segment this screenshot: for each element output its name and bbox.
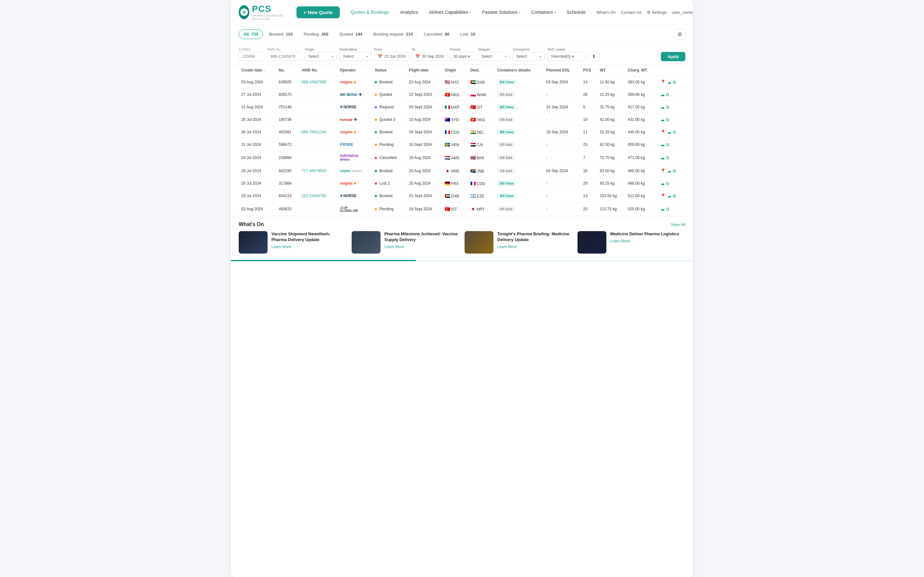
- cell-containers[interactable]: 8/8 View: [494, 126, 543, 139]
- copy-icon[interactable]: ⧉: [673, 193, 676, 198]
- filter-awb-input[interactable]: [267, 52, 302, 61]
- col-status[interactable]: Status: [372, 65, 407, 76]
- location-icon[interactable]: 📍: [660, 193, 666, 198]
- tab-pending[interactable]: Pending 265: [299, 29, 333, 39]
- tab-lost[interactable]: Lost 10: [456, 29, 480, 39]
- awb-link[interactable]: 222-23456780: [302, 193, 326, 198]
- filter-from-date[interactable]: 📅 23 Jun 2024: [374, 52, 409, 61]
- copy-icon[interactable]: ⧉: [666, 155, 669, 160]
- upload-button[interactable]: ⬆: [588, 52, 599, 61]
- containers-badge[interactable]: 0/8 Add: [497, 206, 515, 212]
- tab-booking-request[interactable]: Booking request 210: [368, 29, 417, 39]
- cell-containers[interactable]: 0/8 Add: [494, 113, 543, 126]
- col-operator[interactable]: Operator: [337, 65, 372, 76]
- copy-icon[interactable]: ⧉: [666, 181, 669, 186]
- cloud-icon[interactable]: ☁: [667, 168, 672, 173]
- copy-icon[interactable]: ⧉: [666, 142, 669, 147]
- cell-containers[interactable]: 0/8 Add: [494, 139, 543, 151]
- nav-passive[interactable]: Passive Solutions ▾: [477, 7, 525, 17]
- tab-quoted[interactable]: Quoted 144: [334, 29, 367, 39]
- containers-badge[interactable]: 0/8 Add: [497, 168, 515, 174]
- cell-awb[interactable]: 777-45678910: [299, 165, 337, 177]
- user-menu[interactable]: user_name ⎋: [672, 9, 693, 15]
- col-charg-wt[interactable]: Charg. WT.: [625, 65, 657, 76]
- awb-link[interactable]: 888-34567890: [302, 80, 326, 84]
- cloud-icon[interactable]: ☁: [667, 129, 672, 135]
- filter-no-input[interactable]: [239, 52, 264, 61]
- containers-badge[interactable]: 0/8 Add: [497, 142, 515, 147]
- copy-icon[interactable]: ⧉: [673, 168, 676, 173]
- containers-badge[interactable]: 0/8 Add: [497, 92, 515, 97]
- filter-to-date[interactable]: 📅 30 Sep 2024: [412, 52, 447, 61]
- containers-badge[interactable]: 0/8 Add: [497, 117, 515, 122]
- cloud-icon[interactable]: ☁: [660, 92, 665, 97]
- tab-all[interactable]: All 735: [239, 29, 263, 39]
- containers-badge[interactable]: 8/8 View: [497, 193, 516, 199]
- news-learn-more[interactable]: Learn More: [384, 245, 459, 249]
- cell-awb[interactable]: 888-34567890: [299, 76, 337, 89]
- filter-dest-select[interactable]: Select ▾: [339, 52, 372, 61]
- cloud-icon[interactable]: ☁: [667, 79, 672, 85]
- copy-icon[interactable]: ⧉: [666, 206, 669, 211]
- cell-containers[interactable]: 8/8 View: [494, 177, 543, 190]
- awb-link[interactable]: 666-78901240: [302, 130, 326, 134]
- cell-awb[interactable]: 666-78901240: [299, 126, 337, 139]
- cell-containers[interactable]: 8/8 View: [494, 101, 543, 113]
- containers-badge[interactable]: 8/8 View: [497, 79, 516, 85]
- copy-icon[interactable]: ⧉: [673, 79, 676, 85]
- containers-badge[interactable]: 8/8 View: [497, 181, 516, 186]
- new-quote-button[interactable]: + New Quote: [296, 6, 340, 18]
- nav-containers[interactable]: Containers ▾: [527, 7, 561, 17]
- news-learn-more[interactable]: Learn More: [497, 245, 572, 249]
- cell-containers[interactable]: 8/8 View: [494, 76, 543, 89]
- tab-booked[interactable]: Booked 102: [264, 29, 297, 39]
- col-containers[interactable]: Containers details: [494, 65, 543, 76]
- cell-containers[interactable]: 0/8 Add: [494, 165, 543, 177]
- col-planned-eol[interactable]: Planned EOL: [543, 65, 580, 76]
- filter-period-select[interactable]: 30 days ▾: [450, 52, 475, 61]
- location-icon[interactable]: 📍: [660, 129, 666, 135]
- col-awb[interactable]: AWB No.: [299, 65, 337, 76]
- cloud-icon[interactable]: ☁: [660, 155, 665, 160]
- copy-icon[interactable]: ⧉: [666, 117, 669, 122]
- col-origin[interactable]: Origin: [442, 65, 468, 76]
- cloud-icon[interactable]: ☁: [660, 117, 665, 122]
- cloud-icon[interactable]: ☁: [660, 105, 665, 110]
- col-flight-date[interactable]: Flight date: [407, 65, 442, 76]
- contact-us-link[interactable]: Contact Us: [621, 10, 641, 15]
- cell-containers[interactable]: 0/8 Add: [494, 151, 543, 165]
- cloud-icon[interactable]: ☁: [660, 181, 665, 186]
- location-icon[interactable]: 📍: [660, 79, 666, 85]
- cloud-icon[interactable]: ☁: [667, 193, 672, 198]
- filter-consignee-select[interactable]: Select ▾: [513, 52, 545, 61]
- settings-link[interactable]: ⚙ Settings: [647, 10, 667, 15]
- cell-awb[interactable]: 222-23456780: [299, 190, 337, 202]
- nav-quotes-bookings[interactable]: Quotes & Bookings: [346, 7, 394, 17]
- col-dest[interactable]: Dest.: [468, 65, 495, 76]
- nav-analytics[interactable]: Analytics: [396, 7, 423, 17]
- filter-settings-button[interactable]: ⊞: [674, 29, 685, 40]
- containers-badge[interactable]: 8/8 View: [497, 129, 516, 135]
- copy-icon[interactable]: ⧉: [666, 105, 669, 110]
- filter-origin-select[interactable]: Select ▾: [305, 52, 337, 61]
- containers-badge[interactable]: 8/8 View: [497, 104, 516, 110]
- tab-cancelled[interactable]: Cancelled 90: [419, 29, 454, 39]
- awb-link[interactable]: 777-45678910: [302, 169, 326, 173]
- news-learn-more[interactable]: Learn More: [610, 239, 685, 243]
- containers-badge[interactable]: 0/8 Add: [497, 155, 515, 161]
- cell-containers[interactable]: 8/8 View: [494, 190, 543, 202]
- col-create-date[interactable]: Create date ↓: [239, 65, 276, 76]
- nav-airlines[interactable]: Airlines Capabilities ▾: [425, 7, 475, 17]
- news-learn-more[interactable]: Learn More: [271, 245, 347, 249]
- apply-filter-button[interactable]: Apply: [661, 52, 685, 61]
- cell-containers[interactable]: 0/8 Add: [494, 89, 543, 101]
- filter-shc-select[interactable]: Selected(0) ▾: [548, 52, 586, 61]
- cloud-icon[interactable]: ☁: [660, 142, 665, 147]
- col-pcs[interactable]: PCS: [581, 65, 598, 76]
- col-wt[interactable]: WT: [597, 65, 625, 76]
- col-no[interactable]: No.: [276, 65, 299, 76]
- nav-schedule[interactable]: Schedule: [562, 7, 590, 17]
- copy-icon[interactable]: ⧉: [673, 129, 676, 135]
- view-all-link[interactable]: View All: [671, 222, 685, 227]
- filter-shipper-select[interactable]: Select ▾: [478, 52, 510, 61]
